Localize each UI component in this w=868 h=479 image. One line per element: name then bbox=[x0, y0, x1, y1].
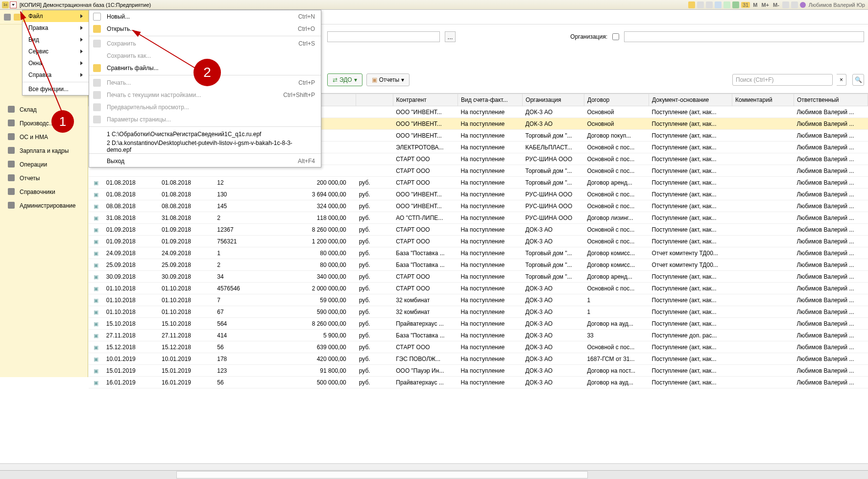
horizontal-scrollbar[interactable] bbox=[0, 463, 868, 470]
table-cell: 420 000,00 bbox=[282, 353, 356, 365]
gear-icon bbox=[8, 202, 15, 209]
star-icon[interactable] bbox=[14, 14, 21, 21]
memory-mplus-button[interactable]: M+ bbox=[760, 2, 770, 8]
table-cell: Поступление (акт, нак... bbox=[649, 271, 732, 283]
menu-windows[interactable]: Окна bbox=[23, 57, 89, 69]
sidebar-item-zarplata[interactable]: Зарплата и кадры bbox=[0, 144, 88, 158]
table-row[interactable]: ▣27.11.201827.11.20184145 900,00руб.База… bbox=[89, 330, 868, 341]
table-cell: руб. bbox=[356, 271, 393, 283]
col-otv[interactable]: Ответственный bbox=[794, 94, 868, 106]
table-row[interactable]: ▣15.01.201915.01.201912391 800,00руб.ООО… bbox=[89, 365, 868, 377]
col-doc[interactable]: Документ-основание bbox=[649, 94, 732, 106]
reports-button[interactable]: ▣Отчеты▾ bbox=[366, 73, 410, 86]
menu-file[interactable]: Файл bbox=[23, 10, 89, 22]
table-cell: 01.10.2018 bbox=[159, 294, 214, 306]
table-cell: На поступление bbox=[458, 353, 522, 365]
user-avatar-icon[interactable] bbox=[800, 2, 806, 8]
table-row[interactable]: ▣01.09.201801.09.2018123678 260 000,00ру… bbox=[89, 224, 868, 236]
table-row[interactable]: ▣08.08.201808.08.2018145324 000,00руб.ОО… bbox=[89, 200, 868, 212]
table-row[interactable]: ▣01.10.201801.10.201845765462 000 000,00… bbox=[89, 283, 868, 294]
table-cell: ДОК-3 АО bbox=[523, 377, 584, 388]
submenu-recent1[interactable]: 1 C:\Обработки\ОчисткаРегистраСведений1C… bbox=[89, 128, 321, 140]
filter-bar: ... Организация: bbox=[323, 24, 868, 49]
submenu-arrow-icon bbox=[80, 13, 83, 20]
table-row[interactable]: ▣15.12.201815.12.201856639 000,00руб.СТА… bbox=[89, 341, 868, 353]
col-comment[interactable]: Комментарий bbox=[732, 94, 794, 106]
table-cell: Отчет комитенту ТД00... bbox=[649, 259, 732, 271]
table-cell: ▣ bbox=[89, 318, 103, 330]
col-vid[interactable]: Вид счета-факт... bbox=[458, 94, 522, 106]
table-row[interactable]: ▣24.09.201824.09.2018180 000,00руб.База … bbox=[89, 247, 868, 259]
taskbar-button[interactable] bbox=[176, 471, 588, 479]
col-kontragent[interactable]: Контрагент bbox=[393, 94, 458, 106]
table-row[interactable]: ▣30.09.201830.09.201834340 000,00руб.СТА… bbox=[89, 271, 868, 283]
refresh-icon[interactable] bbox=[706, 1, 713, 8]
main-menu-dropdown-button[interactable] bbox=[10, 1, 17, 8]
search-input[interactable]: Поиск (Ctrl+F) bbox=[732, 74, 833, 86]
table-cell: руб. bbox=[356, 306, 393, 318]
table-cell: Любимов Валерий ... bbox=[794, 353, 868, 365]
submenu-exit[interactable]: ВыходAlt+F4 bbox=[89, 155, 321, 167]
sidebar-item-admin[interactable]: Администрирование bbox=[0, 199, 88, 213]
period-input[interactable] bbox=[327, 31, 440, 42]
zoom-icon[interactable] bbox=[782, 1, 789, 8]
calendar-icon[interactable] bbox=[732, 1, 739, 8]
org-input[interactable] bbox=[624, 31, 864, 42]
sidebar-item-spravochniki[interactable]: Справочники bbox=[0, 185, 88, 199]
grid-icon[interactable] bbox=[4, 14, 11, 21]
period-picker-button[interactable]: ... bbox=[445, 31, 456, 42]
org-checkbox[interactable] bbox=[612, 33, 619, 40]
user-name[interactable]: Любимов Валерий Юр bbox=[808, 2, 866, 8]
search-button[interactable]: 🔍 bbox=[852, 74, 864, 86]
favorites-icon[interactable] bbox=[688, 1, 695, 8]
table-cell: руб. bbox=[356, 259, 393, 271]
table-cell: На поступление bbox=[458, 189, 522, 200]
table-row[interactable]: ▣01.10.201801.10.2018759 000,00руб.32 ко… bbox=[89, 294, 868, 306]
table-row[interactable]: ▣01.08.201801.08.201812200 000,00руб.СТА… bbox=[89, 177, 868, 189]
col-org[interactable]: Организация bbox=[523, 94, 584, 106]
table-row[interactable]: ▣25.09.201825.09.2018280 000,00руб.База … bbox=[89, 259, 868, 271]
date-badge[interactable]: 31 bbox=[741, 2, 750, 8]
table-cell: 01.10.2018 bbox=[159, 283, 214, 294]
menu-all-functions[interactable]: Все функции... bbox=[23, 83, 89, 95]
print-icon[interactable] bbox=[697, 1, 704, 8]
col-dogovor[interactable]: Договор bbox=[584, 94, 649, 106]
submenu-open[interactable]: Открыть...Ctrl+O bbox=[89, 23, 321, 35]
calc-icon[interactable] bbox=[715, 1, 722, 8]
menu-view[interactable]: Вид bbox=[23, 34, 89, 46]
table-row[interactable]: ▣16.01.201916.01.201956500 000,00руб.Пра… bbox=[89, 377, 868, 388]
submenu-recent2[interactable]: 2 D:\a.konstantinov\Desktop\uchet-putevi… bbox=[89, 140, 321, 152]
sidebar-item-operacii[interactable]: Операции bbox=[0, 158, 88, 171]
doc-posted-icon: ▣ bbox=[94, 297, 98, 303]
layout-icon[interactable] bbox=[791, 1, 798, 8]
table-row[interactable]: ▣31.08.201831.08.20182118 000,00руб.АО "… bbox=[89, 212, 868, 224]
export-icon[interactable] bbox=[723, 1, 730, 8]
sidebar-item-proizvodstvo[interactable]: Производс… bbox=[0, 117, 88, 130]
submenu-separator bbox=[89, 153, 321, 154]
sidebar-item-osinma[interactable]: ОС и НМА bbox=[0, 130, 88, 144]
table-cell: 590 000,00 bbox=[282, 306, 356, 318]
table-row[interactable]: ▣01.10.201801.10.201867590 000,00руб.32 … bbox=[89, 306, 868, 318]
memory-mminus-button[interactable]: M- bbox=[772, 2, 780, 8]
menu-help[interactable]: Справка bbox=[23, 69, 89, 81]
table-row[interactable]: ▣10.01.201910.01.2019178420 000,00руб.ГЭ… bbox=[89, 353, 868, 365]
submenu-new[interactable]: Новый...Ctrl+N bbox=[89, 10, 321, 23]
table-cell: руб. bbox=[356, 294, 393, 306]
search-clear-button[interactable]: × bbox=[837, 74, 846, 86]
table-row[interactable]: ▣01.09.201801.09.20187563211 200 000,00р… bbox=[89, 236, 868, 247]
sidebar-item-otchety[interactable]: Отчеты bbox=[0, 171, 88, 185]
table-cell: 27.11.2018 bbox=[103, 330, 159, 341]
edo-button[interactable]: ⇄ЭДО▾ bbox=[327, 73, 362, 86]
menu-separator bbox=[23, 82, 89, 82]
col-cur[interactable] bbox=[356, 94, 393, 106]
table-cell: Любимов Валерий ... bbox=[794, 212, 868, 224]
table-row[interactable]: ▣15.10.201815.10.20185648 260 000,00руб.… bbox=[89, 318, 868, 330]
table-cell: Поступление (акт, нак... bbox=[649, 353, 732, 365]
menu-edit[interactable]: Правка bbox=[23, 22, 89, 34]
table-row[interactable]: ▣01.08.201801.08.20181303 694 000,00руб.… bbox=[89, 189, 868, 200]
table-cell: Поступление (акт, нак... bbox=[649, 189, 732, 200]
org-label: Организация: bbox=[570, 33, 607, 40]
sidebar-item-sklad[interactable]: Склад bbox=[0, 103, 88, 117]
menu-service[interactable]: Сервис bbox=[23, 46, 89, 57]
memory-m-button[interactable]: M bbox=[752, 2, 758, 8]
